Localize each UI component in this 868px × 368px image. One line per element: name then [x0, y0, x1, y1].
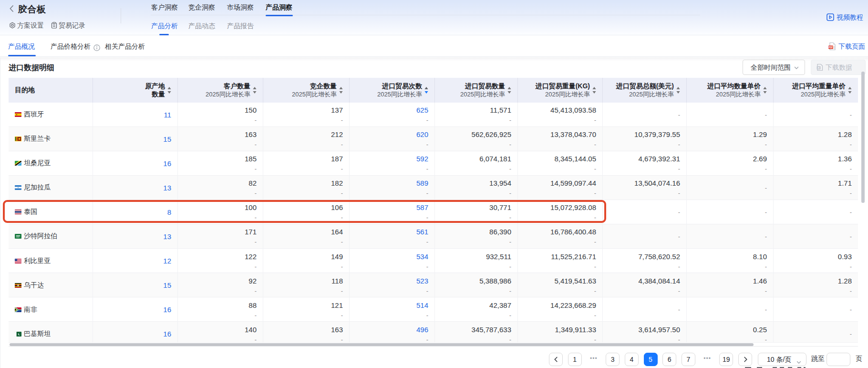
svg-text:X: X [817, 66, 819, 69]
svg-text:PDF: PDF [828, 46, 833, 49]
